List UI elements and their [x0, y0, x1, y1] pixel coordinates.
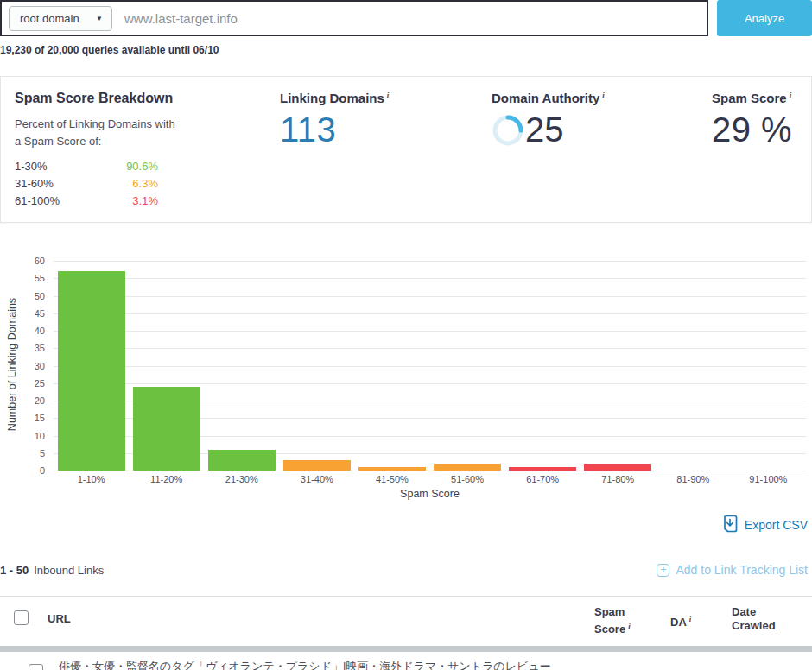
- chart-y-tick-label: 60: [0, 256, 45, 266]
- breakdown-row: 31-60%6.3%: [15, 177, 158, 194]
- chart-bar: [283, 460, 351, 471]
- chart-x-axis-title: Spam Score: [54, 488, 806, 500]
- breakdown-description: Percent of Linking Domains with a Spam S…: [15, 116, 257, 150]
- chart-x-tick-label: 21-30%: [204, 474, 279, 484]
- export-csv-button[interactable]: Export CSV: [0, 515, 808, 534]
- chart-y-axis: 051015202530354045505560: [0, 261, 45, 471]
- chart-bar-slot: [429, 261, 504, 471]
- column-header-date-crawled[interactable]: Date Crawled: [732, 605, 782, 633]
- chart-y-tick-label: 25: [0, 378, 45, 389]
- chart-bar: [584, 464, 651, 471]
- inbound-links-table: URL Spam Scorei DAi Date Crawled 俳優・女優・監…: [0, 596, 812, 670]
- inbound-links-header: 1 - 50 Inbound Links + Add to Link Track…: [0, 563, 808, 577]
- chart-x-tick-label: 31-40%: [279, 474, 354, 484]
- chart-y-tick-label: 0: [0, 465, 45, 476]
- breakdown-row: 1-30%90.6%: [15, 160, 158, 177]
- breakdown-range-label: 1-30%: [15, 160, 75, 177]
- breakdown-percent-value: 90.6%: [75, 160, 158, 177]
- row-checkbox[interactable]: [29, 664, 43, 670]
- chart-y-tick-label: 30: [0, 361, 45, 371]
- scope-dropdown[interactable]: root domain ▼: [9, 6, 112, 31]
- domain-authority-donut: [492, 114, 524, 147]
- chart-bars: [54, 261, 806, 471]
- spam-score-breakdown: Spam Score Breakdown Percent of Linking …: [15, 91, 257, 212]
- chart-y-tick-label: 20: [0, 395, 45, 406]
- column-header-spam-score-text: Spam Score: [594, 605, 625, 635]
- select-all-checkbox[interactable]: [14, 610, 29, 625]
- chart-bar: [133, 387, 200, 471]
- info-icon[interactable]: i: [602, 91, 605, 99]
- column-header-spam-score[interactable]: Spam Scorei: [594, 605, 638, 636]
- chart-bar-slot: [204, 261, 279, 471]
- linking-domains-label: Linking Domainsi: [280, 91, 470, 105]
- chart-gridline: [54, 471, 806, 471]
- info-icon[interactable]: i: [628, 622, 631, 630]
- info-icon[interactable]: i: [387, 91, 390, 99]
- inbound-links-label: Inbound Links: [34, 564, 104, 577]
- analyze-button[interactable]: Analyze: [717, 0, 812, 36]
- linking-domains-value: 113: [280, 111, 470, 149]
- plus-icon: +: [657, 564, 669, 577]
- chart-x-tick-label: 61-70%: [505, 474, 580, 484]
- chart-bar-slot: [731, 261, 806, 471]
- chart-bar: [208, 450, 276, 471]
- info-icon[interactable]: i: [790, 91, 792, 99]
- scope-dropdown-value: root domain: [20, 12, 96, 25]
- chart-bar-slot: [656, 261, 731, 471]
- chart-bar-slot: [354, 261, 429, 471]
- spam-score-chart: Number of Linking Domains 05101520253035…: [0, 250, 812, 509]
- chart-bar: [509, 467, 576, 471]
- chart-bar: [358, 467, 426, 471]
- table-horizontal-scrollbar[interactable]: [0, 646, 812, 652]
- export-csv-icon: [721, 515, 739, 534]
- chart-x-tick-label: 41-50%: [354, 474, 429, 484]
- chart-plot: [54, 261, 806, 471]
- row-url-link[interactable]: 俳優・女優・監督名のタグ「ヴィオランテ・プラシド」|映画・海外ドラマ・サントラの…: [59, 659, 802, 670]
- chart-x-axis: 1-10%11-20%21-30%31-40%41-50%51-60%61-70…: [54, 474, 806, 484]
- column-header-da[interactable]: DAi: [670, 612, 691, 629]
- chart-x-tick-label: 51-60%: [429, 474, 504, 484]
- linking-domains-label-text: Linking Domains: [280, 91, 384, 105]
- chart-y-tick-label: 35: [0, 343, 45, 353]
- chart-bar: [58, 271, 125, 471]
- breakdown-description-line1: Percent of Linking Domains with: [15, 116, 257, 133]
- breakdown-percent-value: 3.1%: [75, 194, 158, 212]
- breakdown-row: 61-100%3.1%: [15, 194, 158, 212]
- export-csv-label: Export CSV: [745, 518, 808, 532]
- chart-y-tick-label: 50: [0, 291, 45, 301]
- add-to-link-tracking-label: Add to Link Tracking List: [676, 563, 808, 577]
- column-header-da-text: DA: [670, 616, 687, 629]
- chart-x-tick-label: 71-80%: [580, 474, 656, 484]
- chart-bar: [434, 464, 501, 471]
- chart-y-tick-label: 45: [0, 308, 45, 319]
- quota-text: 19,230 of 20,000 queries available until…: [0, 44, 219, 56]
- spam-score-label: Spam Scorei: [712, 91, 812, 105]
- chart-x-tick-label: 11-20%: [129, 474, 204, 484]
- info-icon[interactable]: i: [689, 615, 692, 623]
- chart-y-tick-label: 40: [0, 326, 45, 336]
- chevron-down-icon: ▼: [96, 15, 103, 22]
- chart-bar-slot: [580, 261, 656, 471]
- column-header-url[interactable]: URL: [48, 612, 71, 626]
- domain-authority-value: 25: [525, 111, 564, 149]
- add-to-link-tracking-button[interactable]: + Add to Link Tracking List: [657, 563, 808, 577]
- spam-score-value: 29 %: [712, 111, 812, 149]
- chart-bar-slot: [505, 261, 580, 471]
- chart-bar-slot: [279, 261, 354, 471]
- spam-score-label-text: Spam Score: [712, 91, 787, 105]
- url-input[interactable]: [124, 3, 703, 33]
- domain-authority-metric: Domain Authorityi 25: [492, 91, 682, 149]
- search-bar: root domain ▼: [0, 0, 708, 36]
- chart-bar-slot: [129, 261, 204, 471]
- breakdown-rows: 1-30%90.6%31-60%6.3%61-100%3.1%: [15, 160, 257, 212]
- chart-y-tick-label: 55: [0, 273, 45, 283]
- breakdown-range-label: 31-60%: [15, 177, 75, 194]
- breakdown-description-line2: a Spam Score of:: [15, 133, 257, 150]
- chart-y-tick-label: 10: [0, 431, 45, 441]
- domain-authority-label-text: Domain Authority: [492, 91, 599, 105]
- chart-x-tick-label: 91-100%: [731, 474, 806, 484]
- domain-authority-value-row: 25: [492, 111, 682, 149]
- spam-score-metric: Spam Scorei 29 %: [712, 91, 812, 149]
- linking-domains-metric: Linking Domainsi 113: [280, 91, 470, 149]
- inbound-links-range: 1 - 50: [0, 564, 29, 577]
